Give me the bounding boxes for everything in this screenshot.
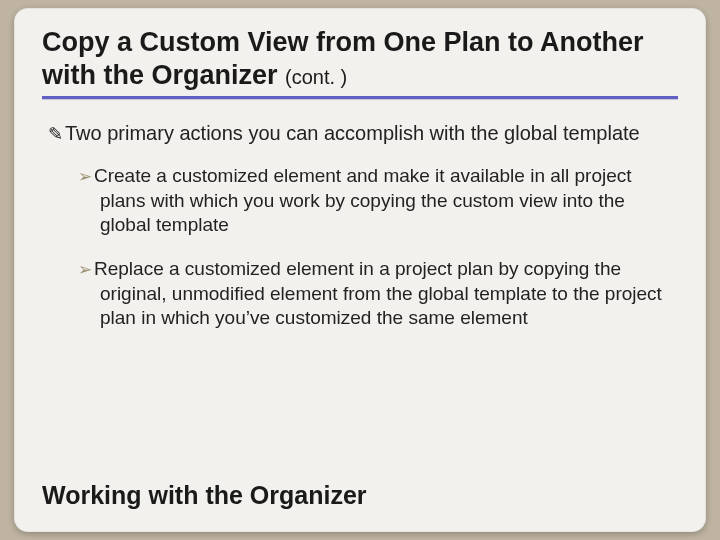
script-bullet-icon: ✎ <box>48 124 65 144</box>
bullet-level1: ✎Two primary actions you can accomplish … <box>42 121 678 147</box>
sub-item-1: Create a customized element and make it … <box>94 165 632 235</box>
arrow-bullet-icon: ➢ <box>78 167 94 186</box>
arrow-bullet-icon: ➢ <box>78 260 94 279</box>
sub-item-2: Replace a customized element in a projec… <box>94 258 662 328</box>
title-block: Copy a Custom View from One Plan to Anot… <box>42 26 678 99</box>
title-underline <box>42 96 678 99</box>
bullet-level2: ➢Replace a customized element in a proje… <box>42 257 678 330</box>
slide-title: Copy a Custom View from One Plan to Anot… <box>42 26 678 92</box>
title-cont: (cont. ) <box>285 66 347 88</box>
footer-title: Working with the Organizer <box>42 481 367 510</box>
body-text: ✎Two primary actions you can accomplish … <box>42 121 678 330</box>
slide: Copy a Custom View from One Plan to Anot… <box>14 8 706 532</box>
bullet-level2: ➢Create a customized element and make it… <box>42 164 678 237</box>
intro-text: Two primary actions you can accomplish w… <box>65 122 640 144</box>
